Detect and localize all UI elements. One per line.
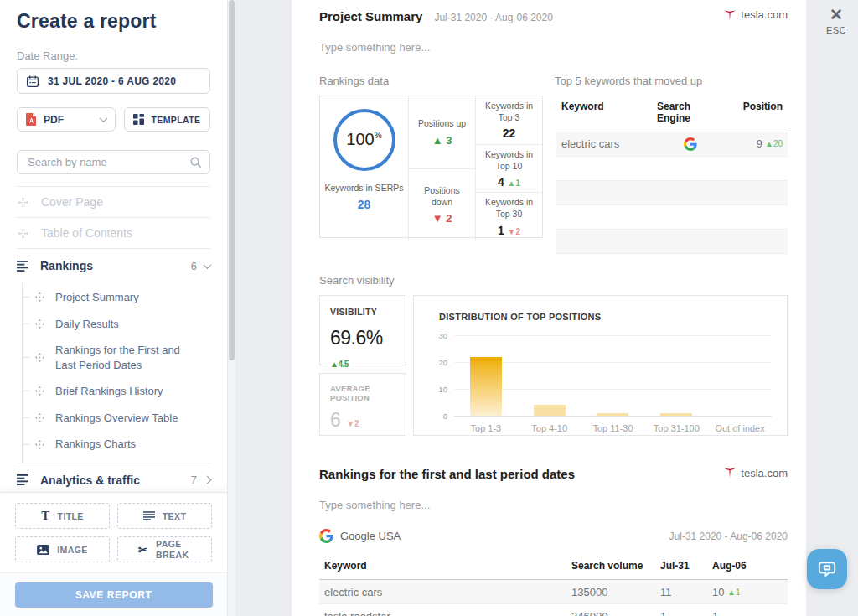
title-icon: T [41, 509, 49, 523]
serps-percent-circle: 100% [333, 109, 395, 171]
x-tick: Top 11-30 [581, 423, 645, 433]
template-grid-icon [133, 114, 144, 125]
date-range-value: 31 JUL 2020 - 6 AUG 2020 [48, 75, 176, 87]
drag-handle-icon [34, 352, 45, 363]
section-date-range: Jul-31 2020 - Aug-06 2020 [434, 12, 724, 23]
visibility-delta: 4.5 [338, 360, 348, 369]
table-row-empty [556, 157, 652, 181]
chevron-down-icon [204, 261, 212, 269]
chat-bubble-icon [816, 558, 838, 580]
bar-top-11-30 [597, 413, 628, 416]
scissors-icon: ✂ [138, 543, 148, 556]
section-title: Rankings for the first and last period d… [319, 467, 575, 481]
drag-handle-icon [34, 318, 45, 329]
insert-button-label: PAGE BREAK [156, 539, 191, 559]
format-select[interactable]: PDF [17, 107, 116, 132]
arrow-down-icon: ▼ [508, 227, 516, 236]
search-input[interactable] [17, 150, 210, 174]
save-report-button[interactable]: SAVE REPORT [15, 582, 213, 608]
column-header: Keyword [319, 555, 566, 580]
arrow-up-icon: ▲ [330, 360, 338, 369]
arrow-up-icon: ▲ [727, 588, 736, 597]
sidebar-scrollbar-track[interactable] [228, 0, 235, 616]
top10-value: 4 [498, 175, 504, 189]
search-engine-label: Google USA [340, 530, 669, 542]
column-header: Aug-06 [707, 555, 788, 580]
insert-title-button[interactable]: T TITLE [15, 503, 110, 529]
sidebar-item-cover-page[interactable]: Cover Page [0, 187, 227, 217]
visibility-label: VISIBILITY [330, 307, 395, 317]
sidebar-item-project-summary[interactable]: Project Summary [23, 284, 227, 311]
bar-top-31-100 [660, 413, 692, 416]
serps-label: Keywords in SERPs [325, 183, 404, 193]
column-header: Position [729, 96, 788, 132]
report-preview-panel: Project Summary Jul-31 2020 - Aug-06 202… [292, 0, 806, 616]
column-header: Search volume [566, 555, 655, 580]
text-block-placeholder[interactable]: Type something here... [319, 41, 788, 54]
sidebar-item-label: Brief Rankings History [55, 384, 163, 399]
drag-handle-icon [34, 412, 45, 423]
chat-widget-button[interactable] [807, 549, 847, 589]
table-row-empty [556, 181, 652, 205]
template-button[interactable]: TEMPLATE [124, 107, 210, 132]
close-icon[interactable]: ✕ [821, 7, 851, 23]
first-date-cell: 11 [655, 580, 707, 604]
image-icon [37, 545, 49, 555]
date-range-input[interactable]: 31 JUL 2020 - 6 AUG 2020 [17, 68, 210, 94]
sidebar-item-label: Daily Results [55, 317, 119, 332]
sidebar-item-rankings-charts[interactable]: Rankings Charts [23, 431, 227, 458]
last-delta: 1 [736, 588, 741, 597]
sidebar-item-brief-rankings-history[interactable]: Brief Rankings History [23, 378, 227, 405]
column-header: Keyword [556, 96, 652, 132]
table-row-empty [556, 230, 652, 254]
arrow-up-icon: ▲ [508, 179, 516, 188]
search-engine-cell [652, 132, 729, 157]
chart-title: DISTRIBUTION OF TOP POSITIONS [439, 312, 772, 322]
x-tick: Top 4-10 [518, 423, 581, 433]
sidebar-item-table-of-contents[interactable]: Table of Contents [0, 218, 227, 248]
average-position-card: AVERAGE POSITION 6 ▼2 [319, 373, 406, 436]
table-row-empty [556, 205, 652, 230]
bar-top-4-10 [534, 405, 566, 416]
position-cell: 9 ▲20 [729, 132, 788, 157]
serps-value: 28 [358, 198, 371, 211]
drag-handle-icon [34, 386, 45, 396]
sidebar-item-label: Cover Page [41, 195, 103, 209]
drag-handle-icon [34, 439, 45, 450]
insert-elements-panel: T TITLE TEXT IMAGE ✂ PAGE BREAK [0, 492, 227, 572]
percent-sign: % [375, 131, 382, 140]
template-button-label: TEMPLATE [151, 115, 200, 125]
x-tick: Top 1-3 [454, 423, 518, 433]
positions-down-value: 2 [446, 212, 452, 225]
x-tick: Out of index [708, 423, 772, 433]
sidebar-item-daily-results[interactable]: Daily Results [23, 311, 227, 338]
y-tick: 10 [429, 384, 447, 393]
y-tick: 20 [429, 357, 447, 366]
volume-cell: 135000 [566, 580, 655, 604]
drag-handle-icon [17, 227, 29, 240]
close-modal-control[interactable]: ✕ ESC [821, 7, 851, 35]
insert-text-button[interactable]: TEXT [117, 503, 212, 529]
top3-label: Keywords in Top 3 [481, 100, 537, 123]
sidebar-scrollbar-thumb[interactable] [229, 0, 235, 360]
sidebar-item-rankings-overview-table[interactable]: Rankings Overview Table [23, 405, 227, 432]
list-icon [17, 474, 29, 485]
sidebar-section-rankings[interactable]: Rankings 6 [0, 249, 227, 282]
positions-down-label: Positions down [414, 184, 470, 208]
visibility-value: 69.6% [330, 327, 383, 349]
x-tick: Top 31-100 [644, 423, 708, 433]
positions-up-value: 3 [446, 134, 452, 147]
date-range-label: Date Range: [17, 49, 210, 62]
top3-value: 22 [503, 127, 516, 140]
text-block-placeholder[interactable]: Type something here... [319, 499, 788, 511]
average-position-label: AVERAGE POSITION [330, 384, 395, 402]
top30-delta: 2 [516, 227, 521, 236]
search-visibility-label: Search visibility [319, 274, 788, 287]
insert-page-break-button[interactable]: ✂ PAGE BREAK [117, 536, 212, 562]
insert-image-button[interactable]: IMAGE [15, 536, 110, 562]
top5-label: Top 5 keywords that moved up [555, 75, 702, 87]
sidebar-item-rankings-first-last[interactable]: Rankings for the First and Last Period D… [23, 337, 227, 378]
section-label: Analytics & traffic [40, 474, 191, 487]
top30-value: 1 [498, 224, 504, 237]
bar-chart-plot: 30 20 10 0 [454, 335, 772, 416]
